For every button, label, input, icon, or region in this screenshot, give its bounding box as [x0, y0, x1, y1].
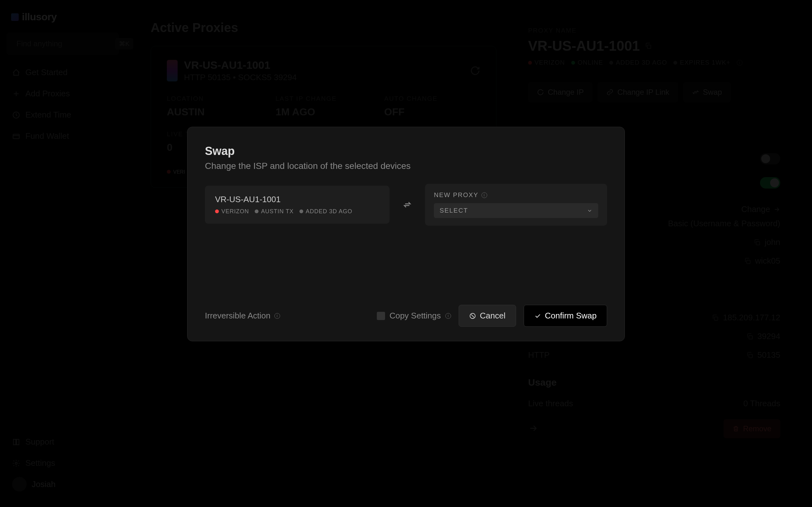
copy-settings-checkbox[interactable]: [377, 312, 385, 320]
new-proxy-label: NEW PROXYi: [434, 191, 598, 199]
isp-badge: VERIZON: [215, 208, 249, 215]
modal-subtitle: Change the ISP and location of the selec…: [205, 161, 607, 171]
new-proxy-box: NEW PROXYi SELECT: [425, 184, 607, 226]
check-icon: [534, 313, 541, 320]
new-proxy-select[interactable]: SELECT: [434, 203, 598, 218]
svg-line-14: [471, 314, 474, 317]
chevron-down-icon: [587, 208, 593, 214]
info-icon[interactable]: i: [481, 192, 487, 198]
current-proxy-name: VR-US-AU1-1001: [215, 194, 379, 205]
irreversible-warning: Irreversible Actioni: [205, 311, 280, 321]
added-badge: ADDED 3D AGO: [299, 208, 352, 215]
current-proxy-box: VR-US-AU1-1001 VERIZON AUSTIN TX ADDED 3…: [205, 186, 390, 224]
modal-overlay: Swap Change the ISP and location of the …: [0, 0, 812, 507]
info-icon[interactable]: i: [445, 313, 451, 319]
swap-modal: Swap Change the ISP and location of the …: [187, 127, 625, 341]
modal-title: Swap: [205, 145, 607, 158]
cancel-button[interactable]: Cancel: [459, 305, 516, 327]
cancel-icon: [469, 313, 476, 320]
swap-arrows-icon: [402, 200, 412, 210]
confirm-swap-button[interactable]: Confirm Swap: [524, 305, 607, 327]
location-badge: AUSTIN TX: [255, 208, 294, 215]
copy-settings-option[interactable]: Copy Settings i: [377, 311, 451, 321]
info-icon[interactable]: i: [274, 313, 280, 319]
